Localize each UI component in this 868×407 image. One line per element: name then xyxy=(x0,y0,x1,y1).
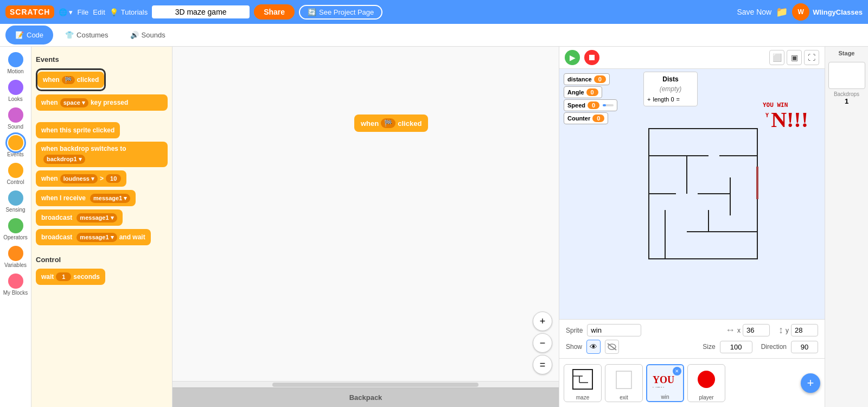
horizontal-scrollbar[interactable] xyxy=(173,381,559,387)
tab-sounds-label: Sounds xyxy=(142,31,165,39)
block-key-pressed[interactable]: when space ▾ key pressed xyxy=(36,94,168,111)
motion-label: Motion xyxy=(7,68,23,74)
add-sprite-button[interactable]: + xyxy=(801,373,820,393)
fullscreen-button[interactable]: ⛶ xyxy=(804,50,819,65)
sidebar-item-sound[interactable]: Sound xyxy=(0,105,31,132)
control-section-label: Control xyxy=(36,256,168,264)
block-receive[interactable]: when I receive message1 ▾ xyxy=(36,190,136,206)
svg-text:YOU: YOU xyxy=(653,374,674,385)
x-arrows-icon: ↔ xyxy=(725,325,735,336)
folder-button[interactable]: 📁 xyxy=(776,6,788,18)
see-project-icon: 🔄 xyxy=(308,8,316,16)
tab-sounds[interactable]: 🔊 Sounds xyxy=(120,26,175,44)
sidebar-item-control[interactable]: Control xyxy=(0,161,31,187)
sidebar-item-events[interactable]: Events xyxy=(0,133,31,160)
svg-line-15 xyxy=(608,344,616,350)
file-menu[interactable]: File xyxy=(77,8,88,16)
edit-menu[interactable]: Edit xyxy=(93,8,105,16)
scrollbar-thumb[interactable] xyxy=(272,383,478,387)
block-backdrop-switches[interactable]: when backdrop switches to backdrop1 ▾ xyxy=(36,142,168,167)
operators-label: Operators xyxy=(3,234,27,240)
direction-label: Direction xyxy=(761,343,787,351)
sprite-delete-button[interactable]: ✕ xyxy=(673,367,681,376)
sidebar-item-myblocks[interactable]: My Blocks xyxy=(0,271,31,298)
save-now-button[interactable]: Save Now xyxy=(737,8,771,16)
tab-costumes[interactable]: 👕 Costumes xyxy=(55,26,118,44)
myblocks-label: My Blocks xyxy=(3,290,28,296)
variables-label: Variables xyxy=(4,262,27,268)
sprite-thumb-maze[interactable]: maze xyxy=(564,364,602,402)
see-project-button[interactable]: 🔄 See Project Page xyxy=(299,5,382,20)
sprite-thumb-exit[interactable]: exit xyxy=(605,364,643,402)
var-monitor-counter: Counter 0 xyxy=(564,112,608,124)
sound-circle xyxy=(8,107,23,123)
see-project-label: See Project Page xyxy=(319,8,374,16)
dists-formula: + length 0 = xyxy=(647,96,694,103)
sidebar-item-looks[interactable]: Looks xyxy=(0,78,31,104)
tab-costumes-label: Costumes xyxy=(76,31,108,39)
svg-rect-0 xyxy=(589,55,595,60)
sidebar-item-sensing[interactable]: Sensing xyxy=(0,188,31,215)
player-sprite-label: player xyxy=(699,395,713,400)
project-title-input[interactable] xyxy=(152,5,250,18)
stop-button[interactable] xyxy=(584,50,599,65)
hide-icon xyxy=(607,343,617,351)
tab-code-label: Code xyxy=(27,31,43,39)
y-arrow-icon: ↕ xyxy=(778,325,783,336)
scratch-logo[interactable]: SCRATCH xyxy=(5,5,54,18)
block-loudness[interactable]: when loudness ▾ > 10 xyxy=(36,170,126,187)
variables-circle xyxy=(8,246,23,261)
stage-thumbnail[interactable] xyxy=(828,62,865,89)
sidebar-item-variables[interactable]: Variables xyxy=(0,244,31,270)
backdrops-label: Backdrops xyxy=(834,91,859,97)
zoom-controls: + − = xyxy=(533,311,552,374)
stage-controls: ▶ ⬜ ▣ ⛶ xyxy=(559,47,825,69)
x-input[interactable] xyxy=(743,324,770,336)
green-flag-button[interactable]: ▶ xyxy=(565,50,580,65)
sprite-name-input[interactable] xyxy=(587,324,641,336)
show-hidden-button[interactable] xyxy=(605,340,619,354)
fit-button[interactable]: = xyxy=(533,355,552,374)
var-monitor-distance: distance 0 xyxy=(564,73,610,85)
block-broadcast[interactable]: broadcast message1 ▾ xyxy=(36,209,123,226)
size-input[interactable] xyxy=(720,341,752,353)
y-label: y xyxy=(786,327,789,334)
y-input[interactable] xyxy=(791,324,818,336)
zoom-in-button[interactable]: + xyxy=(533,311,552,331)
sprite-thumb-player[interactable]: player xyxy=(687,364,725,402)
normal-stage-button[interactable]: ▣ xyxy=(787,50,802,65)
share-button[interactable]: Share xyxy=(254,4,295,20)
show-row: Show 👁 Size Direction xyxy=(566,340,818,354)
block-flag-clicked[interactable]: when 🏁 clicked xyxy=(37,72,104,88)
zoom-out-button[interactable]: − xyxy=(533,333,552,353)
control-label: Control xyxy=(7,179,24,185)
canvas-flag-icon: 🏁 xyxy=(381,118,395,128)
block-broadcast-wait[interactable]: broadcast message1 ▾ and wait xyxy=(36,229,151,245)
scratch-logo-text: SCRATCH xyxy=(10,8,50,16)
block-wait-seconds[interactable]: wait 1 seconds xyxy=(36,269,105,285)
avatar: W xyxy=(792,3,809,21)
stage-canvas[interactable]: distance 0 Angle 0 Speed 0 Counter 0 xyxy=(559,69,825,319)
canvas-block-main[interactable]: when 🏁 clicked xyxy=(354,115,428,132)
stage-size-buttons: ⬜ ▣ ⛶ xyxy=(769,50,819,65)
sidebar-item-operators[interactable]: Operators xyxy=(0,216,31,243)
sprite-thumb-win[interactable]: ✕ YOU WIN win xyxy=(646,364,684,402)
sidebar-item-motion[interactable]: Motion xyxy=(0,50,31,77)
control-circle xyxy=(8,163,23,178)
dists-popup: Dists (empty) + length 0 = xyxy=(643,72,698,106)
tab-code[interactable]: 📝 Code xyxy=(5,26,53,44)
show-visible-button[interactable]: 👁 xyxy=(586,340,601,354)
direction-input[interactable] xyxy=(791,341,818,353)
script-area[interactable]: when 🏁 clicked + − = Backpack xyxy=(173,47,559,407)
tutorials-button[interactable]: 💡 Tutorials xyxy=(110,8,148,16)
backpack-bar[interactable]: Backpack xyxy=(173,387,559,407)
youwin-text: Y xyxy=(765,112,769,118)
globe-button[interactable]: 🌐 ▾ xyxy=(59,8,73,16)
show-label: Show xyxy=(566,343,582,351)
small-stage-button[interactable]: ⬜ xyxy=(769,50,784,65)
user-avatar-area[interactable]: W WlingyClasses xyxy=(792,3,863,21)
block-sprite-clicked[interactable]: when this sprite clicked xyxy=(36,122,120,138)
events-section-label: Events xyxy=(36,55,168,63)
svg-rect-17 xyxy=(573,370,592,389)
tutorials-icon: 💡 xyxy=(110,8,118,16)
